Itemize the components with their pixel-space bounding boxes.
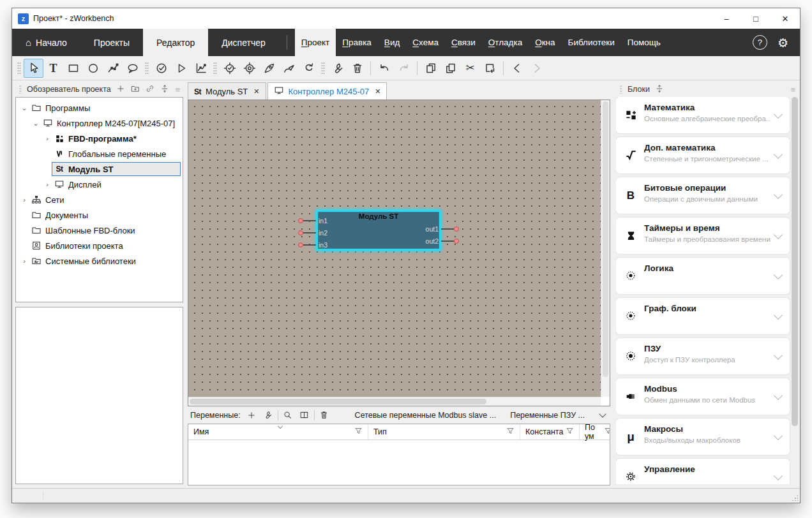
output-pin-out1[interactable]: out1 [423, 226, 459, 232]
polyline-tool-icon[interactable] [103, 59, 123, 78]
chevron-closed-icon[interactable]: › [20, 257, 29, 265]
undo-tool-icon[interactable] [374, 59, 394, 78]
block-category-доп-математика[interactable]: Доп. математикаСтепенные и тригонометрич… [616, 137, 790, 174]
pointer-tool-icon[interactable] [24, 59, 43, 78]
block-category-modbus[interactable]: ModbusОбмен данными по сети Modbus [616, 378, 790, 415]
input-pin-in1[interactable]: in1 [298, 218, 330, 224]
filter-funnel-icon[interactable] [354, 427, 363, 437]
paste-tool-icon[interactable] [440, 59, 460, 78]
function-block-module-st[interactable]: Модуль ST in1in2in3out1out2 [316, 210, 441, 251]
text-tool-icon[interactable]: T [43, 59, 63, 78]
chevron-down-icon[interactable] [774, 270, 783, 279]
chevron-down-icon[interactable] [774, 230, 783, 239]
pin-terminal-icon[interactable] [298, 230, 303, 235]
column-header-тип[interactable]: Тип [368, 424, 520, 440]
rom-variables-link[interactable]: Переменные ПЗУ ... [510, 411, 585, 420]
block-category-макросы[interactable]: μМакросыВходы/выходы макроблоков [616, 418, 790, 455]
menu-окна[interactable]: Окна [529, 29, 561, 56]
filter-funnel-icon[interactable] [566, 427, 574, 437]
chart-tool-icon[interactable] [191, 59, 211, 78]
check-circle-tool-icon[interactable] [151, 59, 171, 78]
variables-wrench-icon[interactable] [261, 408, 275, 422]
tree-item-fbd-программа[interactable]: ›FBD-программа* [16, 131, 183, 146]
explorer-menu-icon[interactable]: ≡ [175, 85, 179, 94]
help-icon[interactable]: ? [753, 35, 767, 50]
canvas-vertical-scrollbar[interactable] [601, 100, 610, 397]
block-category-битовые-операции[interactable]: BБитовые операцииОперации с двоичными да… [616, 177, 790, 214]
pin-terminal-icon[interactable] [298, 218, 303, 223]
explorer-action-link-icon[interactable] [146, 84, 154, 95]
chevron-down-icon[interactable] [774, 110, 783, 119]
tab-close-icon[interactable]: ✕ [253, 87, 259, 96]
chevron-closed-icon[interactable]: › [43, 181, 52, 188]
editor-tab-контроллер-m245-07[interactable]: Контроллер M245-07✕ [267, 82, 387, 100]
copy-tool-icon[interactable] [421, 59, 440, 78]
pin-terminal-icon[interactable] [454, 239, 459, 244]
chevron-down-icon[interactable] [774, 431, 783, 440]
block-category-логика[interactable]: Логика [616, 258, 790, 294]
chevron-down-icon[interactable] [774, 311, 783, 320]
menu-правка[interactable]: Правка [336, 29, 378, 56]
output-pin-out2[interactable]: out2 [423, 238, 459, 244]
menu-помощь[interactable]: Помощь [621, 29, 667, 56]
tree-item-документы[interactable]: Документы [16, 207, 183, 223]
variables-trash-icon[interactable] [317, 408, 331, 422]
chevron-down-icon[interactable] [774, 391, 783, 400]
explorer-action-expand-collapse-icon[interactable] [160, 84, 169, 95]
ribbon-tab-начало[interactable]: ⌂Начало [12, 29, 80, 56]
filter-funnel-icon[interactable] [506, 427, 515, 437]
explorer-action-add-icon[interactable] [116, 84, 125, 95]
variables-columns-icon[interactable] [297, 408, 312, 422]
chevron-open-icon[interactable]: ⌄ [31, 119, 40, 128]
redo-tool-icon[interactable] [394, 59, 414, 78]
wrench-tool-icon[interactable] [327, 59, 347, 78]
menu-библиотеки[interactable]: Библиотеки [562, 29, 621, 56]
block-category-таймеры-и-время[interactable]: Таймеры и времяТаймеры и преобразования … [616, 218, 790, 254]
back-tool-icon[interactable] [507, 59, 527, 78]
chevron-down-icon[interactable] [599, 410, 606, 417]
close-button[interactable]: ✕ [771, 8, 800, 29]
rectangle-tool-icon[interactable] [63, 59, 83, 78]
menu-проект[interactable]: Проект [295, 29, 336, 56]
input-pin-in3[interactable]: in3 [298, 242, 330, 248]
menu-связи[interactable]: Связи [445, 29, 482, 56]
chevron-closed-icon[interactable]: › [20, 196, 29, 204]
palette-scrollbar[interactable] [791, 97, 799, 484]
block-category-математика[interactable]: МатематикаОсновные алгебраические преобр… [616, 97, 790, 133]
schema-canvas[interactable]: Модуль ST in1in2in3out1out2 [188, 100, 601, 397]
menu-схема[interactable]: Схема [406, 29, 445, 56]
blocks-expand-collapse-icon[interactable] [655, 84, 664, 95]
ribbon-tab-редактор[interactable]: Редактор [143, 29, 208, 56]
column-header-константа[interactable]: Константа [520, 424, 580, 440]
block-category-пзу[interactable]: ПЗУДоступ к ПЗУ контроллера [616, 338, 790, 374]
loop-tool-icon[interactable] [299, 59, 319, 78]
explorer-action-add-folder-icon[interactable] [131, 84, 140, 95]
rocket-swirl-tool-icon[interactable] [279, 59, 299, 78]
tree-item-программы[interactable]: ⌄Программы [16, 100, 183, 115]
maximize-button[interactable]: □ [741, 8, 771, 29]
block-category-управление[interactable]: Управление [616, 459, 790, 484]
chevron-down-icon[interactable] [774, 190, 783, 199]
tree-item-глобальные-переменные[interactable]: Глобальные переменные [16, 146, 183, 161]
menu-отладка[interactable]: Отладка [482, 29, 529, 56]
forward-tool-icon[interactable] [527, 59, 546, 78]
panel-drag-grip[interactable] [19, 85, 22, 94]
tree-item-системные-библиотеки[interactable]: ›Системные библиотеки [16, 253, 183, 269]
panel-drag-grip[interactable] [620, 85, 622, 94]
settings-gear-icon[interactable]: ⚙ [778, 36, 788, 50]
variables-add-icon[interactable] [244, 408, 259, 422]
variables-search-icon[interactable] [281, 408, 295, 422]
column-header-имя[interactable]: Имя [188, 424, 368, 440]
block-category-граф-блоки[interactable]: Граф. блоки [616, 298, 790, 334]
tree-item-контроллер-m245-07-m245-07[interactable]: ⌄Контроллер M245-07[M245-07] [16, 115, 183, 131]
ribbon-tab-проекты[interactable]: Проекты [80, 29, 143, 56]
paste-arrow-tool-icon[interactable] [480, 59, 500, 78]
rocket-tool-icon[interactable] [259, 59, 279, 78]
variables-table-body[interactable] [188, 440, 610, 485]
resize-grip[interactable] [792, 494, 798, 501]
tree-item-сети[interactable]: ›Сети [16, 192, 183, 207]
ellipse-tool-icon[interactable] [83, 59, 103, 78]
tree-item-дисплей[interactable]: ›Дисплей [16, 177, 183, 192]
input-pin-in2[interactable]: in2 [298, 230, 330, 236]
tab-close-icon[interactable]: ✕ [375, 87, 380, 96]
